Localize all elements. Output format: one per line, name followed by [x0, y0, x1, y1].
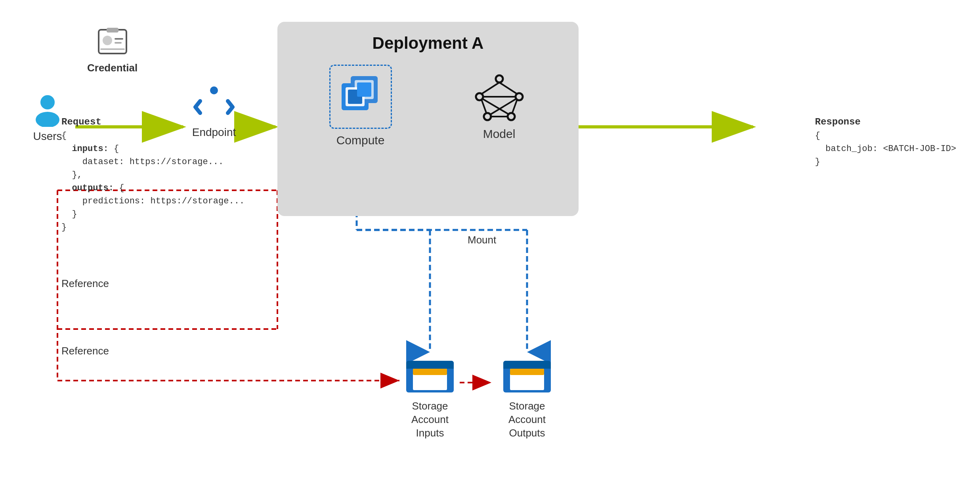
response-block: Response { batch_job: <BATCH-JOB-ID> }	[815, 115, 956, 168]
deployment-icons: Compute	[289, 65, 567, 147]
deployment-box: Deployment A	[277, 22, 579, 216]
storage-inputs-label: Storage AccountInputs	[398, 400, 462, 440]
endpoint-section: Endpoint	[186, 79, 242, 139]
svg-line-43	[499, 82, 517, 94]
request-line3: dataset: https://storage...	[61, 155, 245, 168]
compute-icon-wrapper	[329, 65, 392, 129]
credential-section: Credential	[87, 24, 138, 74]
model-section: Model	[472, 71, 527, 141]
svg-rect-52	[406, 366, 454, 369]
svg-rect-23	[107, 28, 118, 33]
credential-icon	[95, 24, 130, 59]
svg-point-24	[103, 36, 112, 45]
reference-label-2: Reference	[61, 345, 109, 357]
reference-label-1: Reference	[61, 278, 109, 290]
svg-point-21	[36, 112, 59, 127]
storage-outputs-icon	[501, 353, 553, 396]
users-label: Users	[33, 130, 62, 143]
storage-inputs-icon	[404, 353, 456, 396]
response-label: Response	[815, 115, 956, 129]
response-line1: {	[815, 129, 956, 142]
user-icon	[30, 91, 65, 127]
request-line7: }	[61, 208, 245, 221]
request-line2: inputs: {	[61, 142, 245, 155]
endpoint-label: Endpoint	[192, 126, 236, 139]
response-line2: batch_job: <BATCH-JOB-ID>	[815, 142, 956, 155]
model-label: Model	[483, 127, 516, 141]
svg-rect-57	[503, 366, 551, 369]
diagram-container: Users Credential Request { inputs: { dat…	[0, 0, 980, 490]
svg-rect-59	[510, 369, 544, 375]
credential-label: Credential	[87, 62, 138, 74]
request-line5: outputs: {	[61, 182, 245, 195]
request-line4: },	[61, 168, 245, 182]
storage-outputs-section: Storage AccountOutputs	[495, 353, 559, 440]
request-line6: predictions: https://storage...	[61, 195, 245, 208]
svg-point-37	[496, 75, 503, 82]
svg-line-42	[481, 82, 499, 94]
svg-point-20	[40, 95, 55, 109]
compute-icon	[337, 72, 384, 120]
storage-inputs-section: Storage AccountInputs	[398, 353, 462, 440]
svg-point-28	[210, 86, 218, 94]
svg-rect-36	[357, 82, 371, 97]
svg-rect-25	[115, 38, 123, 40]
mount-label: Mount	[468, 234, 496, 246]
compute-section: Compute	[329, 65, 392, 147]
deployment-title: Deployment A	[289, 34, 567, 53]
storage-outputs-label: Storage AccountOutputs	[495, 400, 559, 440]
endpoint-icon	[192, 79, 236, 123]
svg-rect-26	[115, 42, 122, 44]
svg-rect-27	[100, 48, 125, 50]
svg-rect-54	[413, 369, 447, 375]
request-line8: }	[61, 221, 245, 234]
model-icon	[472, 71, 527, 122]
response-line3: }	[815, 155, 956, 168]
compute-label: Compute	[336, 134, 385, 147]
